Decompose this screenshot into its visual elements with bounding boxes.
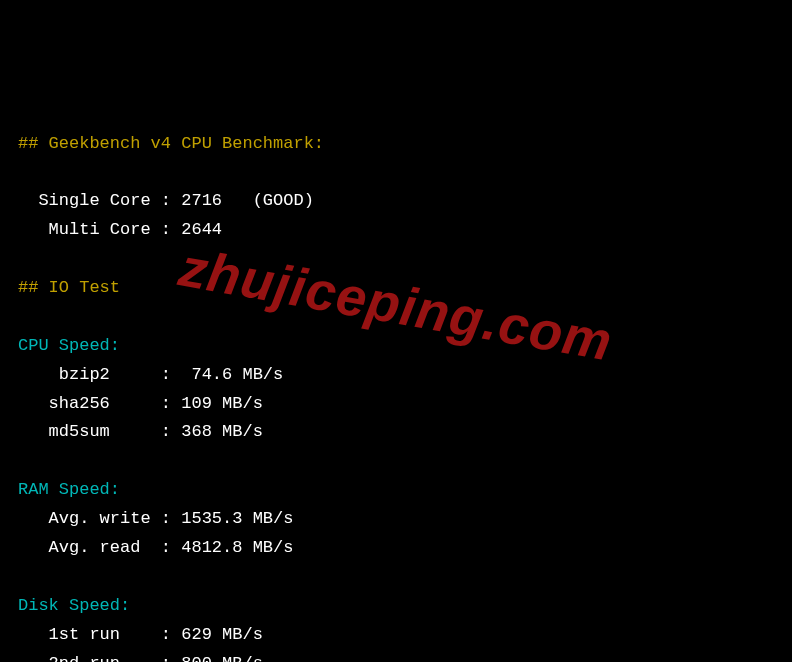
ram-speed-header: RAM Speed: — [18, 480, 120, 499]
disk-speed-header: Disk Speed: — [18, 596, 130, 615]
cpu-speed-header: CPU Speed: — [18, 336, 120, 355]
io-test-header: ## IO Test — [18, 278, 120, 297]
cpu-md5sum-result: md5sum : 368 MB/s — [18, 422, 263, 441]
disk-run2-result: 2nd run : 800 MB/s — [18, 654, 263, 662]
multi-core-result: Multi Core : 2644 — [18, 220, 222, 239]
cpu-bzip2-result: bzip2 : 74.6 MB/s — [18, 365, 283, 384]
cpu-sha256-result: sha256 : 109 MB/s — [18, 394, 263, 413]
disk-run1-result: 1st run : 629 MB/s — [18, 625, 263, 644]
single-core-result: Single Core : 2716 (GOOD) — [18, 191, 314, 210]
ram-read-result: Avg. read : 4812.8 MB/s — [18, 538, 293, 557]
geekbench-header: ## Geekbench v4 CPU Benchmark: — [18, 134, 324, 153]
watermark-text: zhujiceping.com — [172, 221, 619, 387]
ram-write-result: Avg. write : 1535.3 MB/s — [18, 509, 293, 528]
